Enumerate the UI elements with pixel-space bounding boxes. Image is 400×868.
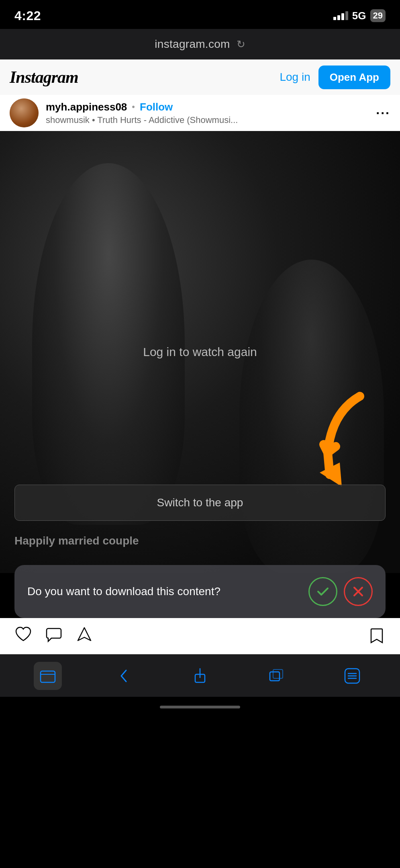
person-right-silhouette [239, 260, 384, 573]
person-left-silhouette [32, 163, 185, 525]
dialog-buttons [308, 577, 373, 606]
video-overlay-text: Log in to watch again [143, 345, 257, 359]
download-confirm-button[interactable] [308, 577, 337, 606]
browser-share-button[interactable] [186, 662, 214, 690]
svg-rect-8 [273, 669, 283, 678]
instagram-logo: Instagram [10, 68, 271, 87]
browser-bottom-bar [0, 654, 400, 697]
browser-url-bar[interactable]: instagram.com ↻ [0, 29, 400, 59]
url-text: instagram.com [155, 38, 230, 51]
more-options-button[interactable]: ··· [376, 106, 390, 121]
status-bar: 4:22 5G 29 [0, 0, 400, 29]
share-button[interactable] [76, 625, 93, 647]
checkmark-icon [316, 584, 330, 599]
post-info: myh.appiness08 • Follow showmusik • Trut… [46, 101, 369, 125]
home-bar [160, 706, 240, 708]
video-area: Log in to watch again Switch to the app … [0, 131, 400, 573]
browser-back-button[interactable] [110, 662, 138, 690]
download-cancel-button[interactable] [344, 577, 373, 606]
battery-level: 29 [373, 10, 383, 21]
switch-to-app-button[interactable]: Switch to the app [14, 485, 386, 521]
actions-left [14, 625, 93, 647]
login-link[interactable]: Log in [280, 71, 310, 84]
instagram-banner: Instagram Log in Open App [0, 59, 400, 95]
post-header: myh.appiness08 • Follow showmusik • Trut… [0, 95, 400, 131]
save-button[interactable] [368, 626, 386, 646]
like-button[interactable] [14, 625, 32, 647]
svg-rect-4 [41, 671, 55, 682]
svg-rect-7 [270, 672, 280, 681]
status-icons: 5G 29 [333, 9, 386, 22]
follow-button[interactable]: Follow [140, 101, 173, 113]
post-caption: Happily married couple [14, 534, 139, 547]
dot-separator: • [132, 102, 135, 112]
home-indicator [0, 697, 400, 717]
username[interactable]: myh.appiness08 [46, 101, 127, 113]
browser-menu-button[interactable] [338, 662, 366, 690]
comment-button[interactable] [45, 625, 63, 647]
signal-bars-icon [333, 11, 348, 20]
status-time: 4:22 [14, 8, 41, 23]
dialog-message: Do you want to download this content? [27, 583, 300, 599]
browser-tabs-button[interactable] [262, 662, 290, 690]
close-icon [351, 584, 365, 599]
network-label: 5G [352, 10, 366, 22]
battery-icon: 29 [370, 9, 386, 22]
post-subtext: showmusik • Truth Hurts - Addictive (Sho… [46, 115, 279, 125]
reload-icon[interactable]: ↻ [237, 38, 245, 51]
open-app-button[interactable]: Open App [318, 66, 390, 89]
browser-tab-icon[interactable] [34, 662, 62, 690]
download-dialog: Do you want to download this content? [14, 565, 386, 618]
avatar[interactable] [10, 98, 39, 127]
post-actions [0, 618, 400, 654]
